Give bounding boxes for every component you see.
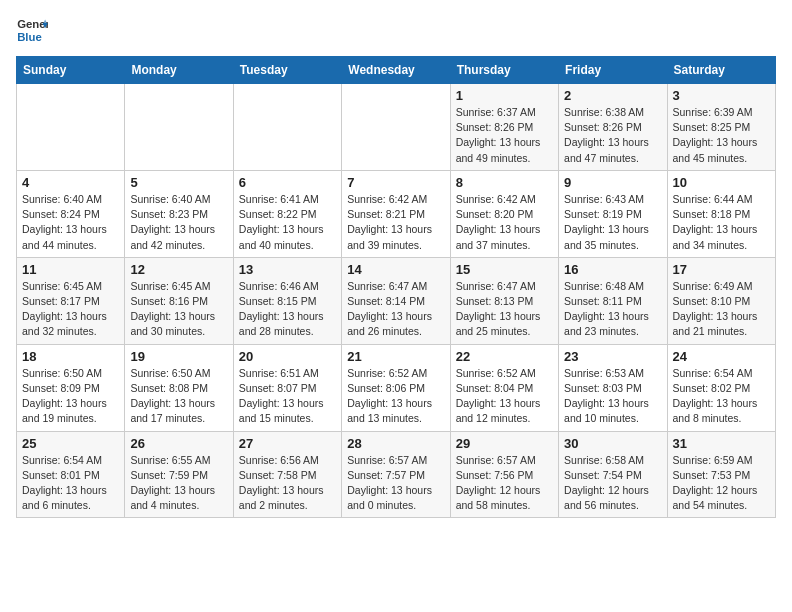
calendar-cell: 24Sunrise: 6:54 AM Sunset: 8:02 PM Dayli… bbox=[667, 344, 775, 431]
day-info: Sunrise: 6:59 AM Sunset: 7:53 PM Dayligh… bbox=[673, 453, 770, 514]
calendar-cell: 19Sunrise: 6:50 AM Sunset: 8:08 PM Dayli… bbox=[125, 344, 233, 431]
calendar-cell bbox=[17, 84, 125, 171]
calendar-header: SundayMondayTuesdayWednesdayThursdayFrid… bbox=[17, 57, 776, 84]
calendar-cell: 1Sunrise: 6:37 AM Sunset: 8:26 PM Daylig… bbox=[450, 84, 558, 171]
day-info: Sunrise: 6:49 AM Sunset: 8:10 PM Dayligh… bbox=[673, 279, 770, 340]
calendar-cell: 7Sunrise: 6:42 AM Sunset: 8:21 PM Daylig… bbox=[342, 170, 450, 257]
calendar-cell: 22Sunrise: 6:52 AM Sunset: 8:04 PM Dayli… bbox=[450, 344, 558, 431]
day-info: Sunrise: 6:44 AM Sunset: 8:18 PM Dayligh… bbox=[673, 192, 770, 253]
day-number: 21 bbox=[347, 349, 444, 364]
calendar-cell: 17Sunrise: 6:49 AM Sunset: 8:10 PM Dayli… bbox=[667, 257, 775, 344]
calendar-cell: 25Sunrise: 6:54 AM Sunset: 8:01 PM Dayli… bbox=[17, 431, 125, 518]
calendar-cell: 27Sunrise: 6:56 AM Sunset: 7:58 PM Dayli… bbox=[233, 431, 341, 518]
day-info: Sunrise: 6:57 AM Sunset: 7:57 PM Dayligh… bbox=[347, 453, 444, 514]
calendar-cell: 30Sunrise: 6:58 AM Sunset: 7:54 PM Dayli… bbox=[559, 431, 667, 518]
calendar-week-5: 25Sunrise: 6:54 AM Sunset: 8:01 PM Dayli… bbox=[17, 431, 776, 518]
calendar-cell: 13Sunrise: 6:46 AM Sunset: 8:15 PM Dayli… bbox=[233, 257, 341, 344]
weekday-header-friday: Friday bbox=[559, 57, 667, 84]
day-number: 23 bbox=[564, 349, 661, 364]
day-number: 5 bbox=[130, 175, 227, 190]
day-info: Sunrise: 6:50 AM Sunset: 8:08 PM Dayligh… bbox=[130, 366, 227, 427]
calendar-cell: 8Sunrise: 6:42 AM Sunset: 8:20 PM Daylig… bbox=[450, 170, 558, 257]
day-info: Sunrise: 6:40 AM Sunset: 8:23 PM Dayligh… bbox=[130, 192, 227, 253]
day-number: 8 bbox=[456, 175, 553, 190]
logo: General Blue bbox=[16, 16, 48, 44]
day-info: Sunrise: 6:54 AM Sunset: 8:01 PM Dayligh… bbox=[22, 453, 119, 514]
day-number: 19 bbox=[130, 349, 227, 364]
day-number: 2 bbox=[564, 88, 661, 103]
calendar-cell: 5Sunrise: 6:40 AM Sunset: 8:23 PM Daylig… bbox=[125, 170, 233, 257]
day-info: Sunrise: 6:38 AM Sunset: 8:26 PM Dayligh… bbox=[564, 105, 661, 166]
calendar-cell bbox=[342, 84, 450, 171]
day-info: Sunrise: 6:42 AM Sunset: 8:20 PM Dayligh… bbox=[456, 192, 553, 253]
day-number: 4 bbox=[22, 175, 119, 190]
day-info: Sunrise: 6:47 AM Sunset: 8:14 PM Dayligh… bbox=[347, 279, 444, 340]
day-info: Sunrise: 6:55 AM Sunset: 7:59 PM Dayligh… bbox=[130, 453, 227, 514]
day-info: Sunrise: 6:48 AM Sunset: 8:11 PM Dayligh… bbox=[564, 279, 661, 340]
day-info: Sunrise: 6:56 AM Sunset: 7:58 PM Dayligh… bbox=[239, 453, 336, 514]
weekday-header-tuesday: Tuesday bbox=[233, 57, 341, 84]
day-number: 16 bbox=[564, 262, 661, 277]
page-header: General Blue bbox=[16, 16, 776, 44]
calendar-cell: 9Sunrise: 6:43 AM Sunset: 8:19 PM Daylig… bbox=[559, 170, 667, 257]
calendar-cell: 31Sunrise: 6:59 AM Sunset: 7:53 PM Dayli… bbox=[667, 431, 775, 518]
calendar-cell: 15Sunrise: 6:47 AM Sunset: 8:13 PM Dayli… bbox=[450, 257, 558, 344]
day-number: 9 bbox=[564, 175, 661, 190]
day-info: Sunrise: 6:57 AM Sunset: 7:56 PM Dayligh… bbox=[456, 453, 553, 514]
calendar-cell: 14Sunrise: 6:47 AM Sunset: 8:14 PM Dayli… bbox=[342, 257, 450, 344]
calendar-body: 1Sunrise: 6:37 AM Sunset: 8:26 PM Daylig… bbox=[17, 84, 776, 518]
day-number: 14 bbox=[347, 262, 444, 277]
day-info: Sunrise: 6:41 AM Sunset: 8:22 PM Dayligh… bbox=[239, 192, 336, 253]
calendar-cell: 4Sunrise: 6:40 AM Sunset: 8:24 PM Daylig… bbox=[17, 170, 125, 257]
calendar-week-2: 4Sunrise: 6:40 AM Sunset: 8:24 PM Daylig… bbox=[17, 170, 776, 257]
day-number: 26 bbox=[130, 436, 227, 451]
calendar-cell: 20Sunrise: 6:51 AM Sunset: 8:07 PM Dayli… bbox=[233, 344, 341, 431]
day-number: 29 bbox=[456, 436, 553, 451]
day-number: 27 bbox=[239, 436, 336, 451]
day-number: 6 bbox=[239, 175, 336, 190]
day-info: Sunrise: 6:37 AM Sunset: 8:26 PM Dayligh… bbox=[456, 105, 553, 166]
day-number: 10 bbox=[673, 175, 770, 190]
day-number: 15 bbox=[456, 262, 553, 277]
day-number: 18 bbox=[22, 349, 119, 364]
calendar-cell: 11Sunrise: 6:45 AM Sunset: 8:17 PM Dayli… bbox=[17, 257, 125, 344]
svg-text:Blue: Blue bbox=[17, 31, 42, 43]
day-number: 20 bbox=[239, 349, 336, 364]
day-number: 17 bbox=[673, 262, 770, 277]
day-number: 13 bbox=[239, 262, 336, 277]
day-info: Sunrise: 6:58 AM Sunset: 7:54 PM Dayligh… bbox=[564, 453, 661, 514]
weekday-header-monday: Monday bbox=[125, 57, 233, 84]
day-info: Sunrise: 6:45 AM Sunset: 8:17 PM Dayligh… bbox=[22, 279, 119, 340]
day-number: 12 bbox=[130, 262, 227, 277]
day-number: 22 bbox=[456, 349, 553, 364]
calendar-cell: 16Sunrise: 6:48 AM Sunset: 8:11 PM Dayli… bbox=[559, 257, 667, 344]
day-info: Sunrise: 6:52 AM Sunset: 8:06 PM Dayligh… bbox=[347, 366, 444, 427]
day-number: 25 bbox=[22, 436, 119, 451]
day-number: 7 bbox=[347, 175, 444, 190]
day-number: 24 bbox=[673, 349, 770, 364]
day-info: Sunrise: 6:39 AM Sunset: 8:25 PM Dayligh… bbox=[673, 105, 770, 166]
day-info: Sunrise: 6:50 AM Sunset: 8:09 PM Dayligh… bbox=[22, 366, 119, 427]
calendar-week-1: 1Sunrise: 6:37 AM Sunset: 8:26 PM Daylig… bbox=[17, 84, 776, 171]
calendar-week-4: 18Sunrise: 6:50 AM Sunset: 8:09 PM Dayli… bbox=[17, 344, 776, 431]
calendar-cell: 3Sunrise: 6:39 AM Sunset: 8:25 PM Daylig… bbox=[667, 84, 775, 171]
day-number: 30 bbox=[564, 436, 661, 451]
day-info: Sunrise: 6:54 AM Sunset: 8:02 PM Dayligh… bbox=[673, 366, 770, 427]
weekday-header-saturday: Saturday bbox=[667, 57, 775, 84]
day-number: 3 bbox=[673, 88, 770, 103]
day-info: Sunrise: 6:42 AM Sunset: 8:21 PM Dayligh… bbox=[347, 192, 444, 253]
calendar-cell bbox=[125, 84, 233, 171]
day-number: 11 bbox=[22, 262, 119, 277]
calendar-cell: 2Sunrise: 6:38 AM Sunset: 8:26 PM Daylig… bbox=[559, 84, 667, 171]
day-info: Sunrise: 6:45 AM Sunset: 8:16 PM Dayligh… bbox=[130, 279, 227, 340]
day-info: Sunrise: 6:40 AM Sunset: 8:24 PM Dayligh… bbox=[22, 192, 119, 253]
day-info: Sunrise: 6:51 AM Sunset: 8:07 PM Dayligh… bbox=[239, 366, 336, 427]
calendar-cell: 21Sunrise: 6:52 AM Sunset: 8:06 PM Dayli… bbox=[342, 344, 450, 431]
logo-icon: General Blue bbox=[16, 16, 48, 44]
day-info: Sunrise: 6:52 AM Sunset: 8:04 PM Dayligh… bbox=[456, 366, 553, 427]
day-info: Sunrise: 6:47 AM Sunset: 8:13 PM Dayligh… bbox=[456, 279, 553, 340]
calendar-cell: 26Sunrise: 6:55 AM Sunset: 7:59 PM Dayli… bbox=[125, 431, 233, 518]
day-info: Sunrise: 6:46 AM Sunset: 8:15 PM Dayligh… bbox=[239, 279, 336, 340]
day-info: Sunrise: 6:43 AM Sunset: 8:19 PM Dayligh… bbox=[564, 192, 661, 253]
day-info: Sunrise: 6:53 AM Sunset: 8:03 PM Dayligh… bbox=[564, 366, 661, 427]
